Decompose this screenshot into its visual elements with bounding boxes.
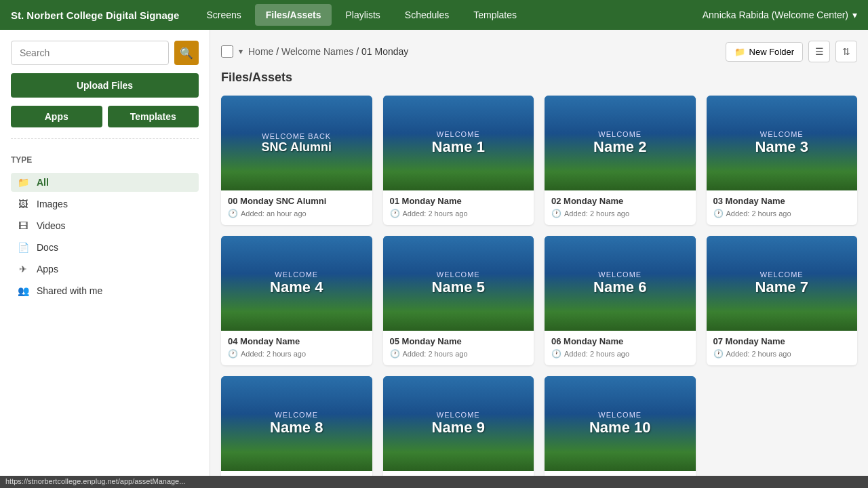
thumb-text: Welcome Name 8: [270, 411, 323, 436]
file-title: 01 Monday Name: [390, 196, 528, 206]
brand-title: St. Norbert College Digital Signage: [11, 9, 179, 21]
thumb-inner: Welcome Name 6: [545, 236, 696, 331]
sidebar-item-apps[interactable]: ✈ Apps: [11, 260, 199, 279]
thumb-name-label: Name 10: [589, 419, 651, 436]
file-card[interactable]: Welcome Name 8 08 Monday Name 🕐 Added: 2…: [221, 376, 372, 488]
nav-schedules[interactable]: Schedules: [394, 4, 460, 26]
thumb-inner: Welcome Back SNC Alumni: [221, 96, 372, 190]
file-title: 07 Monday Name: [713, 336, 851, 346]
user-name: Annicka Rabida (Welcome Center): [703, 9, 848, 20]
file-info: 06 Monday Name 🕐 Added: 2 hours ago: [545, 331, 696, 365]
type-item-label: Videos: [37, 220, 66, 231]
file-info: 02 Monday Name 🕐 Added: 2 hours ago: [545, 190, 696, 225]
file-time: Added: 2 hours ago: [403, 209, 468, 218]
nav-screens[interactable]: Screens: [195, 4, 252, 26]
file-thumbnail: Welcome Name 6: [545, 236, 696, 331]
section-heading: Files/Assets: [221, 70, 857, 85]
file-card[interactable]: Welcome Name 9 09 Monday Name 🕐 Added: 2…: [383, 376, 534, 488]
sidebar-item-shared[interactable]: 👥 Shared with me: [11, 281, 199, 300]
thumb-text: Welcome Name 2: [593, 130, 646, 156]
list-view-button[interactable]: ☰: [808, 41, 830, 62]
divider: [11, 138, 199, 139]
file-thumbnail: Welcome Name 4: [221, 236, 372, 331]
search-input[interactable]: [11, 41, 169, 65]
nav-links: Screens Files/Assets Playlists Schedules…: [195, 4, 702, 26]
file-thumbnail: Welcome Name 3: [707, 96, 858, 190]
file-info: 05 Monday Name 🕐 Added: 2 hours ago: [383, 331, 534, 365]
file-info: 04 Monday Name 🕐 Added: 2 hours ago: [221, 331, 372, 365]
thumb-text: Welcome Name 9: [432, 411, 485, 436]
file-info: 03 Monday Name 🕐 Added: 2 hours ago: [707, 190, 858, 225]
clock-icon: 🕐: [551, 209, 561, 218]
thumb-name-label: Name 9: [432, 419, 485, 436]
file-meta: 🕐 Added: 2 hours ago: [551, 209, 689, 218]
file-card[interactable]: Welcome Name 7 07 Monday Name 🕐 Added: 2…: [707, 236, 858, 365]
file-card[interactable]: Welcome Name 2 02 Monday Name 🕐 Added: 2…: [545, 96, 696, 225]
videos-icon: 🎞: [16, 220, 30, 231]
thumb-text: Welcome Name 10: [589, 411, 651, 436]
nav-files-assets[interactable]: Files/Assets: [255, 4, 332, 26]
sidebar-item-videos[interactable]: 🎞 Videos: [11, 216, 199, 235]
thumb-name-label: Name 2: [593, 138, 646, 156]
file-card[interactable]: Welcome Name 1 01 Monday Name 🕐 Added: 2…: [383, 96, 534, 225]
upload-files-button[interactable]: Upload Files: [11, 73, 199, 98]
thumb-name-label: Name 5: [432, 279, 485, 296]
thumb-name-label: SNC Alumni: [262, 140, 332, 155]
apps-button[interactable]: Apps: [11, 106, 102, 127]
file-card[interactable]: Welcome Back SNC Alumni 00 Monday SNC Al…: [221, 96, 372, 225]
breadcrumb: Home / Welcome Names / 01 Monday: [248, 46, 408, 57]
thumb-inner: Welcome Name 5: [383, 236, 534, 331]
type-buttons: Apps Templates: [11, 106, 199, 127]
images-icon: 🖼: [16, 199, 30, 209]
sidebar-item-all[interactable]: 📁 All: [11, 173, 199, 192]
thumb-text: Welcome Name 1: [432, 130, 485, 156]
sidebar: 🔍 Upload Files Apps Templates TYPE 📁 All…: [0, 30, 210, 488]
thumb-inner: Welcome Name 9: [383, 376, 534, 471]
sidebar-item-docs[interactable]: 📄 Docs: [11, 238, 199, 257]
thumb-text: Welcome Name 4: [270, 270, 323, 296]
new-folder-button[interactable]: 📁 New Folder: [726, 42, 803, 62]
file-card[interactable]: Welcome Name 10 10 Monday Name 🕐 Added: …: [545, 376, 696, 488]
status-url: https://stnorbertcollege.enplug.net/app/…: [5, 477, 185, 485]
thumb-text: Welcome Back SNC Alumni: [262, 132, 332, 155]
file-thumbnail: Welcome Name 8: [221, 376, 372, 471]
clock-icon: 🕐: [713, 349, 724, 359]
file-info: 07 Monday Name 🕐 Added: 2 hours ago: [707, 331, 858, 365]
file-time: Added: 2 hours ago: [564, 209, 629, 218]
status-bar: https://stnorbertcollege.enplug.net/app/…: [0, 476, 868, 488]
file-thumbnail: Welcome Back SNC Alumni: [221, 96, 372, 190]
file-time: Added: 2 hours ago: [726, 209, 791, 218]
main-layout: 🔍 Upload Files Apps Templates TYPE 📁 All…: [0, 30, 868, 488]
file-meta: 🕐 Added: 2 hours ago: [551, 349, 689, 359]
thumb-welcome-label: Welcome: [755, 270, 808, 279]
file-card[interactable]: Welcome Name 3 03 Monday Name 🕐 Added: 2…: [707, 96, 858, 225]
chevron-down-icon[interactable]: ▾: [239, 47, 243, 56]
file-card[interactable]: Welcome Name 5 05 Monday Name 🕐 Added: 2…: [383, 236, 534, 365]
file-time: Added: 2 hours ago: [564, 350, 629, 358]
file-card[interactable]: Welcome Name 6 06 Monday Name 🕐 Added: 2…: [545, 236, 696, 365]
folder-plus-icon: 📁: [734, 47, 745, 57]
nav-playlists[interactable]: Playlists: [334, 4, 391, 26]
file-thumbnail: Welcome Name 10: [545, 376, 696, 471]
templates-button[interactable]: Templates: [108, 106, 199, 127]
clock-icon: 🕐: [228, 209, 238, 218]
user-menu[interactable]: Annicka Rabida (Welcome Center) ▾: [703, 9, 857, 20]
thumb-welcome-label: Welcome: [432, 411, 485, 419]
sort-button[interactable]: ⇅: [835, 41, 857, 62]
main-content: ▾ Home / Welcome Names / 01 Monday 📁 New…: [210, 30, 868, 488]
thumb-name-label: Name 6: [593, 279, 646, 296]
thumb-inner: Welcome Name 1: [383, 96, 534, 190]
select-all-checkbox[interactable]: [221, 45, 233, 58]
sidebar-item-images[interactable]: 🖼 Images: [11, 195, 199, 214]
file-card[interactable]: Welcome Name 4 04 Monday Name 🕐 Added: 2…: [221, 236, 372, 365]
apps-icon: ✈: [16, 264, 30, 274]
type-list: 📁 All 🖼 Images 🎞 Videos 📄 Docs ✈ Apps 👥: [11, 173, 199, 300]
search-button[interactable]: 🔍: [174, 41, 199, 65]
breadcrumb-folder[interactable]: Welcome Names: [281, 46, 353, 57]
file-title: 05 Monday Name: [390, 336, 528, 346]
thumb-welcome-label: Welcome: [589, 411, 651, 419]
breadcrumb-home[interactable]: Home: [248, 46, 273, 57]
breadcrumb-sep: /: [276, 46, 281, 57]
nav-templates[interactable]: Templates: [462, 4, 528, 26]
thumb-welcome-label: Welcome: [755, 130, 808, 138]
